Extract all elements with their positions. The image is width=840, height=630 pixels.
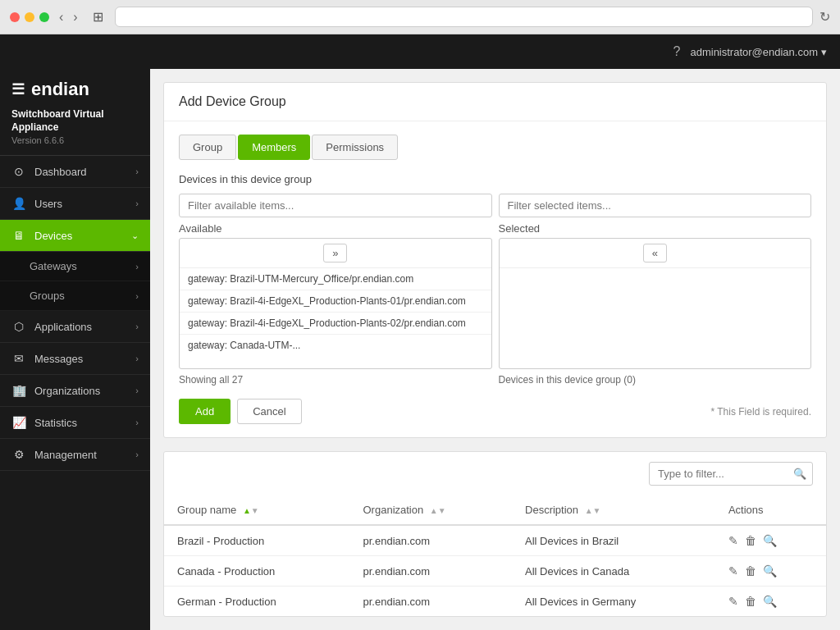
move-all-right-button[interactable]: » [323, 244, 347, 262]
sidebar-nav: ⊙ Dashboard › 👤 Users › 🖥 Devices ⌄ [0, 156, 150, 630]
edit-icon[interactable]: ✎ [728, 564, 738, 578]
user-menu[interactable]: administrator@endian.com ▾ [690, 46, 827, 58]
sidebar-item-applications[interactable]: ⬡ Applications › [0, 311, 150, 343]
applications-icon: ⬡ [11, 320, 26, 333]
groups-label: Groups [30, 290, 65, 302]
sidebar-item-label: Users [34, 198, 62, 210]
tab-members[interactable]: Members [238, 135, 310, 160]
showing-count: Showing all 27 [179, 374, 492, 386]
col-organization[interactable]: Organization ▲▼ [350, 495, 513, 525]
sidebar: ☰ endian Switchboard Virtual Appliance V… [0, 69, 150, 630]
user-chevron-icon: ▾ [821, 46, 827, 58]
chevron-right-icon: › [135, 322, 139, 331]
add-device-group-card: Add Device Group Group Members Permissio… [163, 82, 827, 438]
sort-icon: ▲▼ [585, 506, 601, 515]
sidebar-header: ☰ endian Switchboard Virtual Appliance V… [0, 69, 150, 156]
tab-permissions[interactable]: Permissions [312, 135, 398, 160]
sidebar-item-messages[interactable]: ✉ Messages › [0, 343, 150, 375]
delete-icon[interactable]: 🗑 [745, 595, 756, 608]
sidebar-item-label: Management [34, 449, 97, 461]
delete-icon[interactable]: 🗑 [745, 564, 756, 578]
topbar: ? administrator@endian.com ▾ [0, 34, 840, 69]
minimize-button[interactable] [25, 12, 34, 22]
nav-buttons: ‹ › [56, 10, 81, 25]
group-name-cell: Brazil - Production [164, 525, 350, 556]
chevron-right-icon: › [135, 167, 139, 176]
groups-table: Group name ▲▼ Organization ▲▼ Descriptio… [164, 495, 826, 616]
dual-list: Available » gateway: Brazil-UTM-Mercury_… [179, 194, 811, 386]
sidebar-item-statistics[interactable]: 📈 Statistics › [0, 407, 150, 439]
list-item[interactable]: gateway: Brazil-4i-EdgeXL_Production-Pla… [180, 313, 491, 335]
view-icon[interactable]: 🔍 [763, 564, 777, 578]
sidebar-brand: ☰ endian [11, 79, 139, 100]
col-organization-label: Organization [363, 504, 424, 516]
chevron-right-icon: › [135, 199, 139, 208]
form-actions: Add Cancel * This Field is required. [179, 399, 811, 424]
edit-icon[interactable]: ✎ [728, 534, 738, 547]
available-list: gateway: Brazil-UTM-Mercury_Office/pr.en… [180, 268, 491, 356]
page-title: Add Device Group [179, 94, 811, 109]
sidebar-item-label: Devices [34, 230, 72, 242]
devices-submenu: Gateways › Groups › [0, 252, 150, 311]
list-item[interactable]: gateway: Brazil-UTM-Mercury_Office/pr.en… [180, 268, 491, 290]
available-label: Available [179, 222, 492, 235]
view-icon[interactable]: 🔍 [763, 534, 777, 547]
devices-icon: 🖥 [11, 229, 26, 242]
add-button[interactable]: Add [179, 399, 231, 424]
available-filter-input[interactable] [179, 194, 492, 217]
move-all-left-button[interactable]: « [643, 244, 667, 262]
sidebar-item-users[interactable]: 👤 Users › [0, 188, 150, 220]
cancel-button[interactable]: Cancel [237, 399, 301, 424]
col-description[interactable]: Description ▲▼ [512, 495, 715, 525]
selected-list-box: « [499, 238, 812, 369]
selected-side: Selected « Devices in this device group … [499, 194, 812, 386]
col-group-name-label: Group name [177, 504, 236, 516]
view-icon[interactable]: 🔍 [763, 595, 777, 608]
statistics-icon: 📈 [11, 416, 26, 429]
table-header: Group name ▲▼ Organization ▲▼ Descriptio… [164, 495, 826, 525]
chevron-right-icon: › [135, 354, 139, 363]
table-row: Brazil - Production pr.endian.com All De… [164, 525, 826, 556]
sidebar-subitem-gateways[interactable]: Gateways › [0, 252, 150, 281]
list-item[interactable]: gateway: Canada-UTM-... [180, 335, 491, 356]
close-button[interactable] [10, 12, 20, 22]
back-button[interactable]: ‹ [56, 10, 66, 25]
gateways-label: Gateways [30, 260, 77, 272]
sidebar-item-label: Dashboard [34, 166, 87, 178]
table-header-row: Group name ▲▼ Organization ▲▼ Descriptio… [164, 495, 826, 525]
maximize-button[interactable] [39, 12, 49, 22]
col-actions-label: Actions [728, 504, 764, 516]
help-icon[interactable]: ? [673, 44, 681, 59]
list-item[interactable]: gateway: Brazil-4i-EdgeXL_Production-Pla… [180, 290, 491, 313]
sidebar-item-management[interactable]: ⚙ Management › [0, 439, 150, 471]
selected-filter-input[interactable] [499, 194, 812, 217]
forward-button[interactable]: › [70, 10, 80, 25]
action-icons: ✎ 🗑 🔍 [728, 595, 813, 608]
action-icons: ✎ 🗑 🔍 [728, 534, 813, 547]
menu-icon[interactable]: ☰ [11, 80, 25, 98]
url-bar[interactable] [115, 7, 813, 27]
description-cell: All Devices in Canada [512, 556, 715, 587]
chevron-right-icon: › [135, 418, 139, 427]
actions-cell: ✎ 🗑 🔍 [715, 525, 826, 556]
sidebar-toggle-button[interactable]: ⊞ [88, 9, 108, 25]
sidebar-item-dashboard[interactable]: ⊙ Dashboard › [0, 156, 150, 188]
content-wrapper: Add Device Group Group Members Permissio… [150, 69, 840, 630]
edit-icon[interactable]: ✎ [728, 595, 738, 608]
required-note: * This Field is required. [711, 406, 812, 418]
table-body: Brazil - Production pr.endian.com All De… [164, 525, 826, 616]
section-title: Devices in this device group [179, 173, 811, 185]
chevron-right-icon: › [135, 450, 139, 459]
messages-icon: ✉ [11, 352, 26, 365]
transfer-all-left-row: « [500, 239, 811, 268]
tab-group[interactable]: Group [179, 135, 236, 160]
sidebar-subitem-groups[interactable]: Groups › [0, 281, 150, 311]
chevron-right-icon: › [135, 386, 139, 395]
refresh-button[interactable]: ↻ [819, 9, 830, 25]
col-group-name[interactable]: Group name ▲▼ [164, 495, 350, 525]
sidebar-item-devices[interactable]: 🖥 Devices ⌄ [0, 220, 150, 252]
sidebar-item-label: Statistics [34, 417, 77, 429]
delete-icon[interactable]: 🗑 [745, 534, 756, 547]
table-filter-input[interactable] [649, 462, 813, 486]
sidebar-item-organizations[interactable]: 🏢 Organizations › [0, 375, 150, 407]
